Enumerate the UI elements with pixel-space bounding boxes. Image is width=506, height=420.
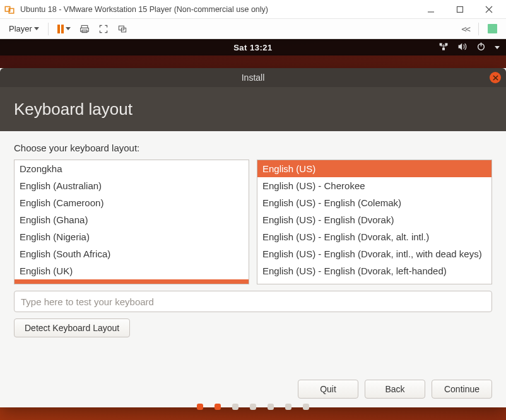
installer-window: Install Keyboard layout Choose your keyb… <box>0 68 506 407</box>
player-menu-button[interactable]: Player <box>6 23 42 35</box>
pager-dot[interactable] <box>285 404 291 410</box>
chevron-down-icon[interactable] <box>495 46 500 49</box>
player-menu-label: Player <box>9 24 32 33</box>
vmware-titlebar: Ubuntu 18 - VMware Workstation 15 Player… <box>0 0 506 19</box>
unity-mode-button[interactable] <box>115 23 130 35</box>
layout-variant-list[interactable]: English (US)English (US) - CherokeeEngli… <box>257 160 492 284</box>
list-item[interactable]: English (US) <box>257 160 491 177</box>
list-item[interactable]: English (US) - Cherokee <box>257 177 491 194</box>
pager-dot[interactable] <box>303 404 309 410</box>
svg-rect-11 <box>440 43 442 45</box>
list-item[interactable]: English (Ghana) <box>15 211 249 228</box>
messages-button[interactable] <box>485 23 500 35</box>
fullscreen-button[interactable] <box>96 23 111 35</box>
maximize-button[interactable] <box>447 1 473 18</box>
svg-rect-15 <box>444 44 444 49</box>
vmware-window-title: Ubuntu 18 - VMware Workstation 15 Player… <box>20 5 418 14</box>
fullscreen-icon <box>98 24 109 34</box>
vmware-window-controls <box>418 1 502 18</box>
network-icon[interactable] <box>438 42 449 53</box>
list-item[interactable]: English (US) - English (Dvorak, left-han… <box>257 262 491 279</box>
step-pager <box>0 404 506 410</box>
cycle-icon: << <box>461 24 469 34</box>
ubuntu-top-bar: Sat 13:21 <box>0 39 506 55</box>
list-item[interactable]: English (US) <box>15 279 249 284</box>
list-item[interactable]: English (US) - English (Dvorak, alt. int… <box>257 228 491 245</box>
pause-vm-button[interactable] <box>55 23 73 35</box>
pager-dot[interactable] <box>215 404 221 410</box>
list-item[interactable]: English (Cameroon) <box>15 194 249 211</box>
volume-icon[interactable] <box>457 42 468 53</box>
send-ctrl-alt-del-button[interactable] <box>77 23 92 35</box>
back-button[interactable]: Back <box>365 380 425 399</box>
list-item[interactable]: English (US) - English (Dvorak, right-ha… <box>257 279 491 284</box>
pager-dot[interactable] <box>197 404 203 410</box>
list-item[interactable]: English (US) - English (Colemak) <box>257 194 491 211</box>
close-icon <box>493 75 498 81</box>
unity-icon <box>117 24 127 34</box>
quit-button[interactable]: Quit <box>298 380 358 399</box>
close-button[interactable] <box>476 1 502 18</box>
list-item[interactable]: English (Australian) <box>15 177 249 194</box>
vmware-logo-icon <box>4 4 15 15</box>
keyboard-test-input[interactable] <box>14 291 492 312</box>
installer-titlebar: Install <box>0 68 506 87</box>
ubuntu-guest-screen: Sat 13:21 Install Keyboard layout Choose… <box>0 39 506 420</box>
printer-icon <box>79 24 90 34</box>
power-icon[interactable] <box>476 42 486 53</box>
detect-layout-button[interactable]: Detect Keyboard Layout <box>14 318 130 337</box>
continue-button[interactable]: Continue <box>432 380 492 399</box>
list-item[interactable]: English (UK) <box>15 262 249 279</box>
list-item[interactable]: English (South Africa) <box>15 245 249 262</box>
minimize-button[interactable] <box>418 1 444 18</box>
pager-dot[interactable] <box>250 404 256 410</box>
installer-close-button[interactable] <box>490 72 501 83</box>
installer-heading: Keyboard layout <box>0 87 506 131</box>
svg-rect-6 <box>81 25 88 28</box>
cycle-devices-button[interactable]: << <box>459 23 472 35</box>
list-item[interactable]: English (US) - English (Dvorak) <box>257 211 491 228</box>
toolbar-separator <box>478 23 479 35</box>
pager-dot[interactable] <box>268 404 274 410</box>
svg-rect-3 <box>457 6 463 12</box>
chevron-down-icon <box>66 27 71 30</box>
clock-label: Sat 13:21 <box>233 43 273 52</box>
list-item[interactable]: English (US) - English (Dvorak, intl., w… <box>257 245 491 262</box>
installer-heading-text: Keyboard layout <box>14 100 132 119</box>
list-item[interactable]: English (Nigeria) <box>15 228 249 245</box>
installer-window-title: Install <box>242 73 265 83</box>
svg-rect-12 <box>445 43 447 45</box>
keyboard-prompt: Choose your keyboard layout: <box>14 143 492 153</box>
note-icon <box>488 24 497 33</box>
layout-country-list[interactable]: DzongkhaEnglish (Australian)English (Cam… <box>14 160 249 284</box>
vmware-toolbar: Player << <box>0 19 506 39</box>
chevron-down-icon <box>34 27 39 30</box>
pause-icon <box>57 25 64 33</box>
toolbar-separator <box>48 23 49 35</box>
list-item[interactable]: Dzongkha <box>15 160 249 177</box>
pager-dot[interactable] <box>232 404 238 410</box>
